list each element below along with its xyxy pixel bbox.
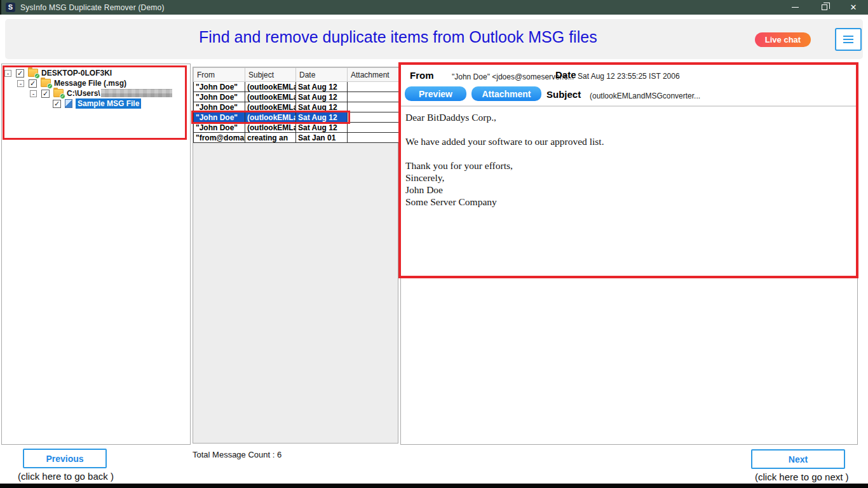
previous-button[interactable]: Previous <box>23 449 107 468</box>
table-row[interactable]: "John Doe" (outlookEMLa Sat Aug 12 <box>194 92 399 102</box>
app-logo-icon: S <box>6 3 15 12</box>
cell-attachment[interactable] <box>348 102 399 112</box>
body-line: John Doe <box>405 184 851 196</box>
window-bottom-edge <box>0 484 868 488</box>
body-line: Dear BitDaddys Corp., <box>405 111 851 123</box>
restore-icon <box>822 4 827 10</box>
cell-subject[interactable]: (outlookEMLa <box>245 123 296 133</box>
window-controls: ✕ <box>780 0 868 15</box>
preview-highlight-box: From "John Doe" <jdoes@someserver.c... D… <box>398 62 858 278</box>
table-row[interactable]: "John Doe" (outlookEMLa Sat Aug 12 <box>194 82 399 92</box>
subject-label: Subject <box>546 89 581 100</box>
cell-from[interactable]: "from@domai <box>194 133 245 143</box>
previous-hint: (click here to go back ) <box>18 471 114 482</box>
from-label: From <box>410 70 434 81</box>
table-row[interactable]: "John Doe" (outlookEMLa Sat Aug 12 <box>194 123 399 133</box>
table-row-selected[interactable]: "John Doe" (outlookEMLa Sat Aug 12 <box>194 112 399 123</box>
body-line: We have added your software to our appro… <box>405 135 851 147</box>
cell-subject[interactable]: creating an <box>245 133 296 143</box>
page-title: Find and remove duplicate items from Out… <box>199 28 597 46</box>
expand-minus-icon[interactable]: - <box>30 90 37 97</box>
body-line: Sincerely, <box>405 172 851 184</box>
menu-button[interactable] <box>835 28 862 51</box>
maximize-button[interactable] <box>810 0 839 15</box>
cell-from[interactable]: "John Doe" <box>194 123 245 133</box>
minimize-button[interactable] <box>780 0 810 15</box>
folder-check-icon: ✓ <box>41 79 51 87</box>
cell-subject[interactable]: (outlookEMLa <box>245 102 296 112</box>
window-title: SysInfo MSG Duplicate Remover (Demo) <box>20 3 165 12</box>
cell-from[interactable]: "John Doe" <box>194 82 245 92</box>
tree-item-users-path[interactable]: - ✓ ✓ C:\Users\ <box>30 88 172 98</box>
cell-date[interactable]: Sat Aug 12 <box>296 102 348 112</box>
message-list-panel: From Subject Date Attachment "John Doe" … <box>193 67 398 444</box>
table-row[interactable]: "John Doe" (outlookEMLa Sat Aug 12 <box>194 102 399 112</box>
body-line <box>405 123 851 135</box>
preview-button[interactable]: Preview <box>405 86 466 101</box>
redacted-username <box>101 89 172 97</box>
cell-attachment[interactable] <box>348 112 399 123</box>
cell-date[interactable]: Sat Aug 12 <box>296 123 348 133</box>
minimize-icon <box>792 7 799 8</box>
date-label: Date <box>555 69 576 80</box>
cell-subject[interactable]: (outlookEMLa <box>245 82 296 92</box>
next-hint: (click here to go next ) <box>755 471 849 482</box>
tree-item-label[interactable]: C:\Users\ <box>67 89 172 98</box>
cell-attachment[interactable] <box>348 92 399 102</box>
cell-subject[interactable]: (outlookEMLa <box>245 92 296 102</box>
column-header-date[interactable]: Date <box>296 68 348 82</box>
cell-from[interactable]: "John Doe" <box>194 112 245 123</box>
column-header-attachment[interactable]: Attachment <box>348 68 399 82</box>
tree-item-desktop[interactable]: - ✓ ✓ DESKTOP-0LOF3KI <box>4 68 112 78</box>
column-header-from[interactable]: From <box>194 68 245 82</box>
tree-item-sample-msg[interactable]: ✓ Sample MSG File <box>53 98 141 109</box>
expand-minus-icon[interactable]: - <box>4 70 11 77</box>
message-table: From Subject Date Attachment "John Doe" … <box>193 67 399 143</box>
email-body: Dear BitDaddys Corp., We have added your… <box>401 107 856 276</box>
folder-check-icon: ✓ <box>53 90 64 97</box>
folder-check-icon: ✓ <box>28 69 38 77</box>
cell-date[interactable]: Sat Jan 01 <box>296 133 348 143</box>
header-bar: Find and remove duplicate items from Out… <box>5 19 863 59</box>
cell-attachment[interactable] <box>348 82 399 92</box>
cell-date[interactable]: Sat Aug 12 <box>296 112 348 123</box>
tree-item-message-file[interactable]: - ✓ ✓ Message File (.msg) <box>17 78 126 88</box>
tree-item-label-selected[interactable]: Sample MSG File <box>76 98 141 109</box>
date-value: Sat Aug 12 23:55:25 IST 2006 <box>578 72 680 81</box>
cell-date[interactable]: Sat Aug 12 <box>296 82 348 92</box>
body-line: Thank you for your efforts, <box>405 159 851 172</box>
hamburger-icon <box>843 39 853 40</box>
body-line <box>405 147 851 159</box>
folder-tree: - ✓ ✓ DESKTOP-0LOF3KI - ✓ ✓ Message File… <box>1 64 191 445</box>
close-button[interactable]: ✕ <box>839 0 868 15</box>
checkbox-icon[interactable]: ✓ <box>16 69 24 78</box>
window-titlebar: S SysInfo MSG Duplicate Remover (Demo) ✕ <box>0 0 868 15</box>
expand-minus-icon[interactable]: - <box>17 80 24 87</box>
cell-subject[interactable]: (outlookEMLa <box>245 112 296 123</box>
body-line: Some Server Company <box>405 196 851 208</box>
close-icon: ✕ <box>850 3 857 11</box>
cell-date[interactable]: Sat Aug 12 <box>296 92 348 102</box>
checkbox-icon[interactable]: ✓ <box>41 90 50 98</box>
msg-file-icon <box>65 99 72 108</box>
live-chat-button[interactable]: Live chat <box>755 32 811 47</box>
checkbox-icon[interactable]: ✓ <box>53 100 61 108</box>
subject-value: (outlookEMLandMSGconverter... <box>590 92 700 100</box>
column-header-subject[interactable]: Subject <box>245 68 296 82</box>
total-message-count: Total Message Count : 6 <box>193 450 281 459</box>
table-header-row: From Subject Date Attachment <box>194 68 399 82</box>
cell-attachment[interactable] <box>348 133 399 143</box>
tree-item-label[interactable]: DESKTOP-0LOF3KI <box>41 69 112 78</box>
attachment-button[interactable]: Attachment <box>471 86 541 101</box>
cell-from[interactable]: "John Doe" <box>194 102 245 112</box>
cell-attachment[interactable] <box>348 123 399 133</box>
checkbox-icon[interactable]: ✓ <box>29 79 37 88</box>
app-window: S SysInfo MSG Duplicate Remover (Demo) ✕… <box>0 0 868 488</box>
next-button[interactable]: Next <box>751 449 845 469</box>
cell-from[interactable]: "John Doe" <box>194 92 245 102</box>
tree-item-label[interactable]: Message File (.msg) <box>54 79 126 88</box>
table-row[interactable]: "from@domai creating an Sat Jan 01 <box>194 133 399 143</box>
